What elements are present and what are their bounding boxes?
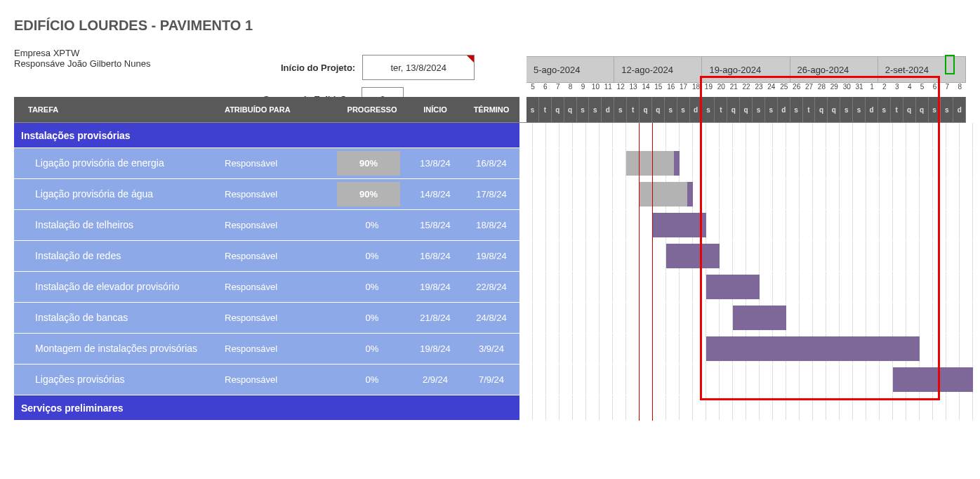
task-assigned: Responsável xyxy=(225,210,337,240)
task-name: Instalação de telheiros xyxy=(14,210,225,240)
day-number: 15 xyxy=(652,83,665,97)
group-row: Serviços preliminares xyxy=(14,395,966,421)
task-end: 7/9/24 xyxy=(463,365,519,395)
day-name: s xyxy=(878,97,891,122)
task-assigned: Responsável xyxy=(225,272,337,302)
day-name: q xyxy=(740,97,753,122)
gantt-bar-done xyxy=(640,182,687,206)
day-name: q xyxy=(727,97,740,122)
task-name: Instalação de elevador provisório xyxy=(14,272,225,302)
day-name: t xyxy=(539,97,552,122)
page-title: EDIFÍCIO LOURDES - PAVIMENTO 1 xyxy=(14,18,966,34)
day-name: d xyxy=(866,97,878,122)
gantt-bar xyxy=(653,213,706,237)
day-number: 5 xyxy=(527,83,539,97)
day-number: 29 xyxy=(828,83,840,97)
gantt-bar xyxy=(733,306,786,330)
task-progress: 0% xyxy=(337,334,407,364)
task-name: Ligação provisória de água xyxy=(14,179,225,209)
day-number: 18 xyxy=(690,83,703,97)
day-name: t xyxy=(715,97,727,122)
day-name: s xyxy=(665,97,677,122)
day-number: 8 xyxy=(953,83,966,97)
gantt-bar xyxy=(893,367,973,392)
day-name: s xyxy=(765,97,778,122)
table-header-row: TAREFA ATRIBUÍDO PARA PROGRESSO INÍCIO T… xyxy=(14,97,519,122)
task-assigned: Responsável xyxy=(225,241,337,271)
day-number: 1 xyxy=(866,83,878,97)
gantt-bar xyxy=(687,182,693,206)
group-name: Instalações provisórias xyxy=(14,123,225,147)
day-name: q xyxy=(815,97,828,122)
day-name: t xyxy=(891,97,903,122)
day-number: 21 xyxy=(727,83,740,97)
day-number: 2 xyxy=(878,83,891,97)
task-start: 19/8/24 xyxy=(407,272,463,302)
task-row: Montagem de instalações provisóriasRespo… xyxy=(14,334,966,365)
task-start: 16/8/24 xyxy=(407,241,463,271)
day-number: 9 xyxy=(577,83,590,97)
task-name: Instalação de redes xyxy=(14,241,225,271)
task-progress: 0% xyxy=(337,210,407,240)
task-progress: 90% xyxy=(337,148,407,178)
day-name: q xyxy=(564,97,577,122)
col-header-end: TÉRMINO xyxy=(463,105,519,114)
day-number: 7 xyxy=(552,83,564,97)
col-header-assigned: ATRIBUÍDO PARA xyxy=(225,105,337,114)
day-number: 17 xyxy=(677,83,690,97)
day-name: s xyxy=(589,97,602,122)
task-row: Ligação provisória de energiaResponsável… xyxy=(14,148,966,179)
day-name: s xyxy=(941,97,953,122)
col-header-start: INÍCIO xyxy=(407,105,463,114)
task-row: Instalação de elevador provisórioRespons… xyxy=(14,272,966,303)
group-row: Instalações provisórias xyxy=(14,123,966,148)
day-name: q xyxy=(652,97,665,122)
day-name: q xyxy=(903,97,916,122)
day-number: 11 xyxy=(602,83,614,97)
day-number: 23 xyxy=(753,83,765,97)
day-number: 14 xyxy=(640,83,652,97)
day-name: t xyxy=(803,97,816,122)
day-name: d xyxy=(778,97,790,122)
day-number: 28 xyxy=(815,83,828,97)
day-number: 7 xyxy=(941,83,953,97)
task-row: Instalação de telheirosResponsável0%15/8… xyxy=(14,210,966,241)
gantt-bar-done xyxy=(626,151,674,176)
task-progress: 90% xyxy=(337,179,407,209)
task-name: Instalação de bancas xyxy=(14,303,225,333)
task-end: 3/9/24 xyxy=(463,334,519,364)
day-name: q xyxy=(828,97,840,122)
task-progress: 0% xyxy=(337,241,407,271)
gantt-bar xyxy=(706,275,760,299)
day-number: 4 xyxy=(903,83,916,97)
day-name: s xyxy=(527,97,539,122)
task-start: 19/8/24 xyxy=(407,334,463,364)
day-name: d xyxy=(953,97,966,122)
day-number: 3 xyxy=(891,83,903,97)
day-number: 30 xyxy=(840,83,853,97)
day-name: s xyxy=(702,97,715,122)
task-name: Montagem de instalações provisórias xyxy=(14,334,225,364)
task-row: Instalação de redesResponsável0%16/8/241… xyxy=(14,241,966,272)
day-name: q xyxy=(916,97,929,122)
task-assigned: Responsável xyxy=(225,179,337,209)
task-progress: 0% xyxy=(337,272,407,302)
day-name: s xyxy=(929,97,941,122)
day-number: 25 xyxy=(778,83,790,97)
group-name: Serviços preliminares xyxy=(14,395,225,420)
day-name: t xyxy=(627,97,640,122)
task-start: 14/8/24 xyxy=(407,179,463,209)
day-number: 31 xyxy=(853,83,866,97)
day-name: s xyxy=(790,97,803,122)
day-name: s xyxy=(577,97,590,122)
week-header-cell: 12-ago-2024 xyxy=(614,57,702,83)
day-number: 13 xyxy=(627,83,640,97)
day-name: s xyxy=(753,97,765,122)
day-number: 19 xyxy=(702,83,715,97)
task-start: 21/8/24 xyxy=(407,303,463,333)
day-name: q xyxy=(552,97,564,122)
task-start: 13/8/24 xyxy=(407,148,463,178)
today-marker xyxy=(652,123,653,421)
day-name: s xyxy=(677,97,690,122)
task-assigned: Responsável xyxy=(225,365,337,395)
